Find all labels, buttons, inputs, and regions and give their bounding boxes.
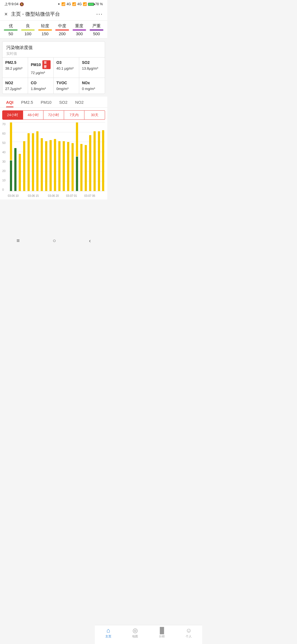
pollutant-cell: TVOC 0mg/m³ bbox=[54, 78, 79, 94]
chart-bars-area bbox=[9, 122, 105, 191]
aqi-value: 200 bbox=[59, 31, 66, 36]
bar-yellow bbox=[94, 131, 96, 191]
back-button[interactable]: ‹ bbox=[89, 238, 91, 244]
pollutant-grid: PM2.5 38.2 μg/m³ PM10 首要 72 μg/m³ O3 40.… bbox=[2, 57, 105, 94]
bar-group bbox=[75, 122, 79, 191]
bar-yellow bbox=[54, 139, 56, 191]
pollutant-section: 污染物浓度值 实时值 PM2.5 38.2 μg/m³ PM10 首要 72 μ… bbox=[2, 41, 105, 94]
time-label: 上午9:04 bbox=[4, 2, 18, 7]
aqi-item: 良 100 bbox=[19, 23, 36, 36]
signal-icon2: 📶 bbox=[72, 2, 76, 6]
bar-group bbox=[36, 122, 39, 191]
time-filter-btn[interactable]: 7天内 bbox=[64, 110, 85, 120]
bar-group bbox=[62, 122, 65, 191]
pollutant-cell: O3 40.1 μg/m³ bbox=[54, 58, 79, 78]
chart-tab-pm10[interactable]: PM10 bbox=[37, 97, 55, 107]
bar-yellow bbox=[98, 131, 100, 191]
bar-yellow bbox=[102, 130, 104, 191]
bar-group bbox=[93, 122, 96, 191]
aqi-value: 500 bbox=[93, 31, 100, 36]
bluetooth-icon: ✦ bbox=[57, 2, 60, 6]
bar-yellow bbox=[45, 141, 47, 191]
aqi-bar bbox=[55, 29, 69, 31]
menu-button[interactable]: ≡ bbox=[16, 238, 20, 244]
cell-name: CO bbox=[31, 81, 51, 85]
bar-group bbox=[101, 122, 105, 191]
cell-name-label: NOx bbox=[82, 81, 90, 85]
more-button[interactable]: ··· bbox=[96, 10, 103, 18]
cell-name: O3 bbox=[56, 60, 76, 65]
chart-tab-pm2.5[interactable]: PM2.5 bbox=[17, 97, 37, 107]
bar-yellow bbox=[67, 142, 69, 191]
home-button[interactable]: ○ bbox=[53, 238, 56, 244]
aqi-label: 严重 bbox=[92, 23, 101, 29]
x-label: 03-06 10 bbox=[8, 194, 18, 197]
aqi-label: 优 bbox=[9, 23, 13, 29]
bar-group bbox=[57, 122, 61, 191]
bar-yellow bbox=[28, 133, 30, 191]
primary-badge: 首要 bbox=[42, 60, 51, 69]
aqi-item: 轻度 150 bbox=[37, 23, 54, 36]
4g-label2: 4G bbox=[77, 2, 82, 6]
close-button[interactable]: × bbox=[4, 11, 8, 17]
aqi-label: 中度 bbox=[58, 23, 66, 29]
bar-yellow bbox=[19, 154, 21, 191]
signal-icon: 📶 bbox=[61, 2, 65, 6]
bar-green bbox=[76, 157, 78, 191]
bar-group bbox=[31, 122, 35, 191]
time-filter-btn[interactable]: 48小时 bbox=[23, 110, 44, 120]
cell-name: TVOC bbox=[56, 81, 76, 85]
time-filter-btn[interactable]: 24小时 bbox=[2, 110, 23, 120]
aqi-label: 良 bbox=[26, 23, 30, 29]
y-label: 50 bbox=[2, 141, 9, 144]
time-filter: 24小时48小时72小时7天内30天 bbox=[2, 110, 105, 120]
bar-yellow bbox=[23, 141, 25, 191]
cell-value: 27.2μg/m³ bbox=[5, 87, 25, 91]
aqi-item: 中度 200 bbox=[54, 23, 71, 36]
bar-green bbox=[14, 148, 16, 191]
bar-yellow bbox=[36, 131, 38, 191]
chart-tabs: AQIPM2.5PM10SO2NO2 bbox=[0, 97, 107, 108]
aqi-value: 50 bbox=[9, 31, 13, 36]
cell-name-label: O3 bbox=[56, 60, 62, 65]
aqi-bar bbox=[38, 29, 52, 31]
bar-group bbox=[27, 122, 31, 191]
chart-tab-no2[interactable]: NO2 bbox=[71, 97, 87, 107]
aqi-bar bbox=[90, 29, 103, 31]
bar-yellow bbox=[63, 141, 65, 191]
chart-wrap: 010203040506070 03-06 1003-06 1503-06 20… bbox=[2, 122, 105, 200]
cell-name-label: PM2.5 bbox=[5, 60, 16, 65]
y-label: 60 bbox=[2, 132, 9, 135]
chart-tab-so2[interactable]: SO2 bbox=[55, 97, 71, 107]
cell-name-label: TVOC bbox=[56, 81, 67, 85]
chart-x-labels: 03-06 1003-06 1503-06 2003-07 0103-07 06 bbox=[9, 192, 105, 200]
aqi-label: 轻度 bbox=[41, 23, 49, 29]
sys-nav: ≡ ○ ‹ bbox=[0, 235, 107, 245]
cell-value: 0 mg/m³ bbox=[82, 87, 102, 91]
cell-name-label: PM10 bbox=[31, 62, 41, 67]
bar-yellow bbox=[89, 135, 91, 191]
bar-group bbox=[9, 122, 13, 191]
time-filter-btn[interactable]: 30天 bbox=[84, 110, 105, 120]
cell-value: 0mg/m³ bbox=[56, 87, 76, 91]
cell-name-label: CO bbox=[31, 81, 37, 85]
bar-yellow bbox=[41, 138, 43, 191]
x-label: 03-07 06 bbox=[84, 194, 95, 197]
chart-tab-aqi[interactable]: AQI bbox=[2, 97, 17, 107]
aqi-bar bbox=[4, 29, 18, 31]
bar-group bbox=[88, 122, 92, 191]
bar-group bbox=[97, 122, 101, 191]
bar-green bbox=[10, 160, 12, 191]
mute-icon: 🔕 bbox=[20, 2, 24, 6]
x-label: 03-06 20 bbox=[48, 194, 59, 197]
bar-group bbox=[84, 122, 87, 191]
bar-group bbox=[71, 122, 74, 191]
bar-yellow bbox=[85, 145, 87, 191]
battery-icon bbox=[88, 3, 94, 6]
aqi-item: 重度 300 bbox=[71, 23, 88, 36]
pollutant-cell: NOx 0 mg/m³ bbox=[79, 78, 105, 94]
bar-group bbox=[45, 122, 48, 191]
nav-bar: × 主页 - 微型站微信平台 ··· bbox=[0, 8, 107, 21]
time-filter-btn[interactable]: 72小时 bbox=[43, 110, 64, 120]
bar-group bbox=[14, 122, 17, 191]
